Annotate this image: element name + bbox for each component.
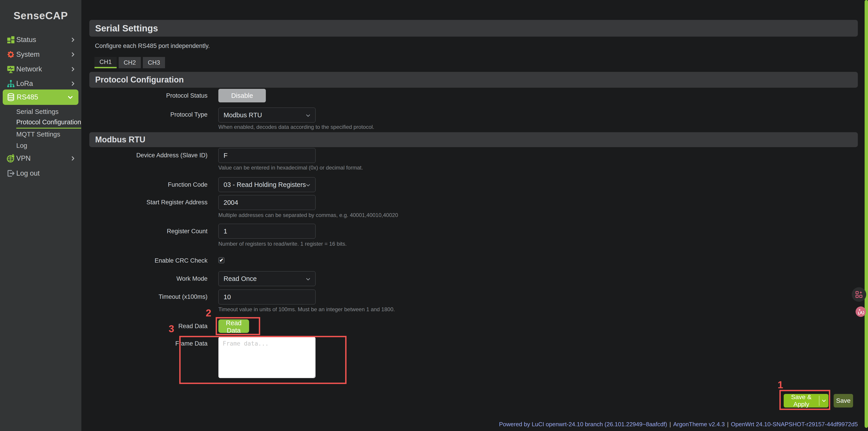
footer-separator: |: [669, 421, 671, 428]
footer: Powered by LuCI openwrt-24.10 branch (26…: [499, 421, 858, 428]
translate-overlay-icon[interactable]: A: [856, 306, 866, 317]
sidebar-subitem-log[interactable]: Log: [16, 142, 27, 149]
sidebar-item-logout[interactable]: Log out: [0, 166, 81, 180]
gear-icon: [6, 50, 16, 59]
scrollbar-thumb[interactable]: [865, 0, 868, 428]
chevron-right-icon: [70, 156, 75, 161]
section-modbus-rtu: Modbus RTU: [89, 132, 858, 147]
annotation-number-1: 1: [778, 379, 783, 391]
save-button[interactable]: Save: [834, 394, 853, 407]
register-count-hint: Number of registers to read/write. 1 reg…: [218, 241, 347, 247]
globe-lock-icon: [6, 154, 16, 163]
page-title: Serial Settings: [95, 23, 158, 33]
chevron-down-icon: [68, 95, 72, 100]
monitor-icon: [6, 65, 16, 74]
chevron-right-icon: [70, 52, 75, 57]
tab-ch3[interactable]: CH3: [143, 57, 165, 68]
sidebar-subitem-protocol-configuration[interactable]: Protocol Configuration: [16, 118, 81, 129]
chevron-right-icon: [70, 81, 75, 86]
sidebar-item-vpn[interactable]: VPN: [0, 151, 81, 165]
device-address-hint: Value can be entered in hexadecimal (0x)…: [218, 164, 363, 171]
sidebar-item-label: Status: [16, 36, 36, 44]
check-icon: ✔: [219, 257, 223, 263]
chevron-down-icon: [305, 182, 311, 187]
function-code-select[interactable]: 03 - Read Holding Registers: [218, 177, 315, 192]
footer-link-luci[interactable]: Powered by LuCI openwrt-24.10 branch (26…: [499, 421, 667, 428]
chevron-right-icon: [70, 67, 75, 72]
tab-ch1[interactable]: CH1: [94, 57, 117, 68]
protocol-status-disable-button[interactable]: Disable: [218, 89, 266, 102]
device-address-input[interactable]: [218, 148, 315, 163]
function-code-label: Function Code: [90, 181, 208, 188]
tab-ch2[interactable]: CH2: [119, 57, 141, 68]
protocol-type-hint: When enabled, decodes data according to …: [218, 124, 374, 130]
work-mode-label: Work Mode: [90, 275, 208, 282]
grid-icon: [6, 35, 16, 44]
app-logo: SenseCAP: [0, 9, 81, 22]
page-description: Configure each RS485 port independently.: [95, 42, 210, 50]
sidebar-item-status[interactable]: Status: [0, 33, 81, 47]
svg-text:A: A: [860, 311, 863, 315]
section-title: Modbus RTU: [95, 135, 145, 145]
sidebar-item-label: RS485: [17, 93, 38, 101]
annotation-rect-1: [779, 390, 830, 410]
channel-tabs: CH1 CH2 CH3: [94, 57, 165, 68]
timeout-hint: Timeout value in units of 100ms. Must be…: [218, 306, 395, 313]
start-register-hint: Multiple addresses can be separated by c…: [218, 212, 398, 218]
page-title-bar: Serial Settings: [89, 20, 858, 37]
protocol-type-select[interactable]: Modbus RTU: [218, 107, 315, 123]
work-mode-select[interactable]: Read Once: [218, 271, 315, 286]
start-register-input[interactable]: [218, 195, 315, 210]
sidebar: SenseCAP Status System Network LoRa: [0, 0, 81, 431]
sidebar-item-label: VPN: [16, 154, 31, 162]
annotation-rect-2: [216, 317, 260, 335]
section-protocol-configuration: Protocol Configuration: [89, 72, 858, 88]
sidebar-item-label: Log out: [16, 169, 39, 177]
sidebar-item-rs485[interactable]: RS485: [3, 90, 79, 105]
work-mode-value: Read Once: [223, 275, 257, 282]
footer-link-theme[interactable]: ArgonTheme v2.4.3: [673, 421, 725, 428]
extensions-overlay-icon[interactable]: [852, 287, 866, 302]
sidebar-subitem-serial-settings[interactable]: Serial Settings: [16, 108, 59, 116]
sidebar-item-label: Network: [16, 65, 42, 73]
start-register-label: Start Register Address: [90, 199, 208, 206]
sidebar-item-label: LoRa: [16, 80, 33, 88]
database-icon: [6, 93, 16, 102]
section-title: Protocol Configuration: [95, 75, 184, 85]
read-data-label: Read Data: [90, 323, 208, 330]
function-code-value: 03 - Read Holding Registers: [223, 181, 306, 188]
crc-checkbox[interactable]: ✔: [218, 257, 224, 263]
annotation-number-3: 3: [168, 323, 174, 335]
protocol-type-value: Modbus RTU: [223, 112, 262, 119]
crc-check-label: Enable CRC Check: [90, 257, 208, 264]
logout-icon: [6, 169, 16, 178]
nodes-icon: [6, 79, 16, 88]
sidebar-item-network[interactable]: Network: [0, 62, 81, 76]
annotation-rect-3: [179, 336, 346, 384]
sidebar-subitem-mqtt-settings[interactable]: MQTT Settings: [16, 131, 60, 138]
footer-separator: |: [727, 421, 729, 428]
chevron-down-icon: [305, 276, 311, 281]
annotation-number-2: 2: [206, 307, 211, 319]
sidebar-item-lora[interactable]: LoRa: [0, 76, 81, 91]
timeout-input[interactable]: [218, 289, 315, 304]
protocol-status-label: Protocol Status: [90, 92, 208, 99]
footer-link-version[interactable]: OpenWrt 24.10-SNAPSHOT-r29157-44df9972d5: [731, 421, 858, 428]
register-count-label: Register Count: [90, 228, 208, 235]
device-address-label: Device Address (Slave ID): [90, 152, 208, 159]
protocol-type-label: Protocol Type: [90, 111, 208, 118]
chevron-down-icon: [305, 112, 311, 118]
chevron-right-icon: [70, 37, 75, 42]
sidebar-item-system[interactable]: System: [0, 48, 81, 61]
timeout-label: Timeout (x100ms): [90, 294, 208, 300]
register-count-input[interactable]: [218, 224, 315, 239]
sidebar-item-label: System: [16, 51, 39, 59]
